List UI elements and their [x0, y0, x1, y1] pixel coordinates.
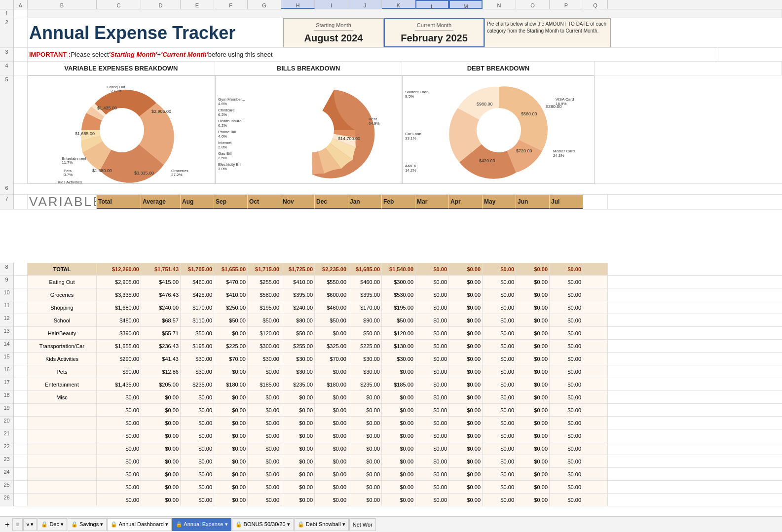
cell-dec[interactable]: $0.00	[315, 391, 348, 403]
cell-feb[interactable]: $0.00	[382, 365, 415, 378]
cell-feb[interactable]: $0.00	[382, 442, 415, 455]
cell-feb[interactable]: $185.00	[382, 378, 415, 390]
cell-total[interactable]: $0.00	[97, 494, 141, 506]
cell-may[interactable]: $0.00	[483, 391, 516, 403]
cell-jan[interactable]: $0.00	[348, 429, 382, 442]
cell-apr[interactable]: $0.00	[449, 404, 483, 416]
cell-may[interactable]: $0.00	[483, 276, 516, 288]
cell-jan[interactable]: $170.00	[348, 301, 382, 314]
cell-aug[interactable]: $50.00	[181, 327, 214, 339]
cell-nov[interactable]: $0.00	[281, 417, 315, 429]
cell-apr[interactable]: $0.00	[449, 288, 483, 301]
cell-jun[interactable]: $0.00	[516, 442, 550, 455]
cell-jul[interactable]: $0.00	[550, 263, 583, 275]
cell-label[interactable]	[28, 468, 97, 480]
starting-month-box[interactable]: Starting Month August 2024	[283, 18, 384, 47]
cell-label[interactable]	[28, 455, 97, 467]
cell-jun[interactable]: $0.00	[516, 301, 550, 314]
cell-aug[interactable]: $195.00	[181, 340, 214, 352]
cell-jul[interactable]: $0.00	[550, 442, 583, 455]
cell-feb[interactable]: $300.00	[382, 276, 415, 288]
cell-apr[interactable]: $0.00	[449, 494, 483, 506]
cell-mar[interactable]: $0.00	[415, 442, 449, 455]
cell-oct[interactable]: $300.00	[248, 340, 281, 352]
cell-total[interactable]: $2,905.00	[97, 276, 141, 288]
cell-aug[interactable]: $30.00	[181, 365, 214, 378]
cell-jan[interactable]: $0.00	[348, 404, 382, 416]
cell-oct[interactable]: $255.00	[248, 276, 281, 288]
cell-label[interactable]: Transportation/Car	[28, 340, 97, 352]
cell-nov[interactable]: $235.00	[281, 378, 315, 390]
cell-aug[interactable]: $0.00	[181, 417, 214, 429]
cell-jan[interactable]: $30.00	[348, 365, 382, 378]
cell-jan[interactable]: $90.00	[348, 314, 382, 326]
cell-avg[interactable]: $0.00	[141, 391, 181, 403]
cell-feb[interactable]: $130.00	[382, 340, 415, 352]
cell-jul[interactable]: $0.00	[550, 276, 583, 288]
cell-mar[interactable]: $0.00	[415, 301, 449, 314]
cell-avg[interactable]: $0.00	[141, 404, 181, 416]
cell-feb[interactable]: $195.00	[382, 301, 415, 314]
cell-dec[interactable]: $0.00	[315, 429, 348, 442]
cell-total[interactable]: $0.00	[97, 481, 141, 493]
cell-label[interactable]	[28, 404, 97, 416]
cell-sep[interactable]: $0.00	[214, 481, 248, 493]
cell-feb[interactable]: $530.00	[382, 288, 415, 301]
cell-total[interactable]: $90.00	[97, 365, 141, 378]
cell-oct[interactable]: $0.00	[248, 455, 281, 467]
cell-oct[interactable]: $0.00	[248, 404, 281, 416]
cell-oct[interactable]: $580.00	[248, 288, 281, 301]
cell-oct[interactable]: $0.00	[248, 429, 281, 442]
cell-aug[interactable]: $0.00	[181, 468, 214, 480]
cell-feb[interactable]: $0.00	[382, 391, 415, 403]
cell-dec[interactable]: $600.00	[315, 288, 348, 301]
cell-mar[interactable]: $0.00	[415, 429, 449, 442]
cell-jul[interactable]: $0.00	[550, 494, 583, 506]
cell-jul[interactable]: $0.00	[550, 301, 583, 314]
cell-sep[interactable]: $0.00	[214, 417, 248, 429]
cell-total[interactable]: $1,435.00	[97, 378, 141, 390]
cell-jul[interactable]: $0.00	[550, 314, 583, 326]
cell-dec[interactable]: $460.00	[315, 301, 348, 314]
cell-apr[interactable]: $0.00	[449, 455, 483, 467]
cell-label[interactable]: Groceries	[28, 288, 97, 301]
cell-feb[interactable]: $30.00	[382, 353, 415, 365]
cell-jan[interactable]: $0.00	[348, 417, 382, 429]
cell-dec[interactable]: $0.00	[315, 442, 348, 455]
cell-avg[interactable]: $0.00	[141, 455, 181, 467]
cell-feb[interactable]: $120.00	[382, 327, 415, 339]
cell-aug[interactable]: $425.00	[181, 288, 214, 301]
cell-oct[interactable]: $0.00	[248, 468, 281, 480]
cell-jan[interactable]: $30.00	[348, 353, 382, 365]
cell-label[interactable]: School	[28, 314, 97, 326]
cell-jan[interactable]: $0.00	[348, 391, 382, 403]
cell-jun[interactable]: $0.00	[516, 340, 550, 352]
tab-debt-snowball[interactable]: 🔒 Debt Snowball ▾	[294, 518, 349, 531]
cell-avg[interactable]: $0.00	[141, 442, 181, 455]
cell-label[interactable]: Misc	[28, 391, 97, 403]
cell-aug[interactable]: $170.00	[181, 301, 214, 314]
cell-jun[interactable]: $0.00	[516, 314, 550, 326]
cell-jun[interactable]: $0.00	[516, 494, 550, 506]
cell-feb[interactable]: $0.00	[382, 494, 415, 506]
cell-label[interactable]	[28, 429, 97, 442]
cell-label[interactable]	[28, 481, 97, 493]
cell-aug[interactable]: $460.00	[181, 276, 214, 288]
cell-jun[interactable]: $0.00	[516, 263, 550, 275]
cell-avg[interactable]: $0.00	[141, 417, 181, 429]
cell-mar[interactable]: $0.00	[415, 353, 449, 365]
cell-avg[interactable]: $68.57	[141, 314, 181, 326]
tab-annual-dashboard[interactable]: 🔒 Annual Dashboard ▾	[107, 518, 172, 531]
cell-sep[interactable]: $250.00	[214, 301, 248, 314]
cell-may[interactable]: $0.00	[483, 494, 516, 506]
cell-jul[interactable]: $0.00	[550, 481, 583, 493]
cell-avg[interactable]: $0.00	[141, 429, 181, 442]
cell-sep[interactable]: $1,655.00	[214, 263, 248, 275]
cell-jul[interactable]: $0.00	[550, 404, 583, 416]
current-month-box[interactable]: Current Month February 2025	[384, 18, 484, 47]
cell-apr[interactable]: $0.00	[449, 442, 483, 455]
cell-jul[interactable]: $0.00	[550, 468, 583, 480]
cell-dec[interactable]: $0.00	[315, 494, 348, 506]
cell-label[interactable]: Eating Out	[28, 276, 97, 288]
cell-apr[interactable]: $0.00	[449, 429, 483, 442]
